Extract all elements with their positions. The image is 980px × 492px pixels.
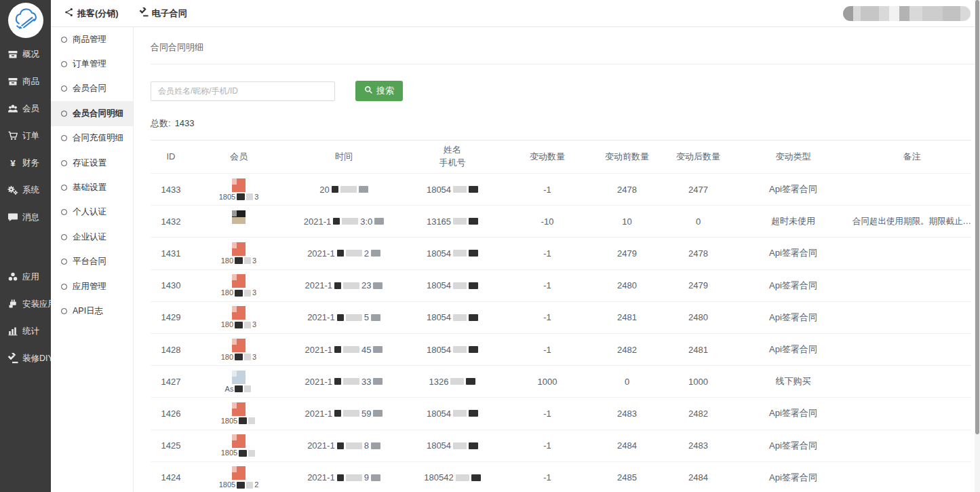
submenu-item-10[interactable]: 应用管理 bbox=[51, 274, 133, 299]
redaction-block bbox=[453, 442, 467, 449]
rail-item-label: 概况 bbox=[22, 49, 39, 60]
submenu-item-8[interactable]: 企业认证 bbox=[51, 225, 133, 249]
submenu-item-9[interactable]: 平台合同 bbox=[51, 250, 133, 274]
redaction-block bbox=[244, 257, 251, 264]
submenu-item-label: 基础设置 bbox=[73, 182, 106, 193]
cell-change-amount: -1 bbox=[503, 440, 591, 451]
cell-change-type: Api签署合同 bbox=[734, 280, 852, 292]
redaction-block bbox=[343, 282, 359, 289]
redaction-block bbox=[235, 257, 243, 264]
circle-icon bbox=[61, 308, 67, 314]
submenu-item-2[interactable]: 会员合同 bbox=[51, 77, 133, 101]
tab-electronic-contract[interactable]: 电子合同 bbox=[139, 7, 187, 20]
rail-item-finance[interactable]: ¥财务 bbox=[0, 149, 51, 176]
cell-amount-after: 2482 bbox=[663, 409, 734, 419]
redaction-block bbox=[346, 250, 362, 257]
table-row: 1433180532018054-124782477Api签署合同 bbox=[151, 174, 971, 206]
submenu-item-5[interactable]: 存证设置 bbox=[51, 151, 133, 175]
stats-icon bbox=[7, 326, 18, 337]
vertical-scrollbar[interactable] bbox=[975, 0, 980, 492]
cell-change-type: Api签署合同 bbox=[734, 247, 852, 259]
redaction-block bbox=[248, 450, 255, 457]
rail-item-diy[interactable]: 装修DIY bbox=[0, 345, 51, 372]
redaction-block bbox=[471, 474, 481, 481]
cell-id: 1425 bbox=[151, 440, 191, 451]
rail-item-overview[interactable]: 概况 bbox=[0, 41, 51, 68]
cell-time: 2021-15 bbox=[286, 312, 401, 322]
search-button[interactable]: 搜索 bbox=[355, 81, 403, 101]
rail-item-label: 系统 bbox=[22, 185, 39, 196]
circle-icon bbox=[61, 209, 67, 215]
submenu-item-4[interactable]: 合同充值明细 bbox=[51, 126, 133, 151]
cell-phone: 18054 bbox=[401, 345, 503, 355]
column-header: 变动前数量 bbox=[591, 151, 663, 164]
redaction-block bbox=[342, 218, 358, 225]
app-window: 概况商品会员订单¥财务系统消息应用安装应用统计装修DIY 推客(分销) bbox=[0, 0, 980, 492]
rail-item-stats[interactable]: 统计 bbox=[0, 318, 51, 345]
rail-item-install[interactable]: 安装应用 bbox=[0, 290, 51, 318]
submenu-item-6[interactable]: 基础设置 bbox=[51, 175, 133, 200]
redaction-block bbox=[337, 250, 344, 257]
submenu-item-3[interactable]: 会员合同明细 bbox=[51, 101, 133, 126]
member-avatar bbox=[232, 210, 246, 224]
redaction-block bbox=[244, 385, 251, 392]
cell-amount-after: 2481 bbox=[663, 345, 734, 355]
table-row: 142618052021-15918054-124832482Api签署合同 bbox=[151, 398, 971, 430]
total-label: 总数: bbox=[151, 118, 171, 128]
redaction-block bbox=[235, 322, 243, 328]
rail-item-message[interactable]: 消息 bbox=[0, 204, 51, 231]
redaction-block bbox=[334, 282, 341, 289]
user-account-redacted[interactable] bbox=[843, 6, 971, 21]
search-button-label: 搜索 bbox=[376, 85, 394, 97]
cell-amount-after: 2479 bbox=[663, 280, 734, 290]
rail-item-goods[interactable]: 商品 bbox=[0, 68, 51, 95]
circle-icon bbox=[61, 61, 67, 67]
rail-item-label: 装修DIY bbox=[22, 353, 54, 364]
cell-id: 1424 bbox=[151, 472, 191, 482]
gavel-icon bbox=[139, 7, 149, 19]
member-id-label: 1805 bbox=[221, 449, 256, 457]
orders-icon bbox=[7, 130, 18, 141]
rail-item-orders[interactable]: 订单 bbox=[0, 122, 51, 149]
logo-area[interactable] bbox=[0, 0, 51, 41]
system-icon bbox=[7, 185, 18, 195]
member-avatar bbox=[232, 466, 246, 480]
redaction-block bbox=[248, 417, 255, 424]
rail-item-system[interactable]: 系统 bbox=[0, 176, 51, 204]
cell-member: 1803 bbox=[191, 306, 286, 328]
redaction-block bbox=[235, 290, 243, 297]
cell-member: 1805 bbox=[191, 402, 286, 425]
cell-amount-before: 2479 bbox=[591, 248, 663, 259]
table-header-row: ID会员时间姓名 手机号变动数量变动前数量变动后数量变动类型备注 bbox=[151, 140, 971, 174]
contract-detail-table: ID会员时间姓名 手机号变动数量变动前数量变动后数量变动类型备注 1433180… bbox=[151, 140, 971, 492]
submenu-item-label: API日志 bbox=[73, 305, 103, 317]
submenu-item-1[interactable]: 订单管理 bbox=[51, 52, 133, 76]
redaction-block bbox=[373, 410, 383, 417]
cell-change-type: Api签署合同 bbox=[734, 407, 852, 419]
cell-phone: 18054 bbox=[401, 312, 503, 322]
cell-member: 1803 bbox=[191, 339, 286, 361]
search-input[interactable] bbox=[151, 81, 335, 101]
finance-icon: ¥ bbox=[7, 157, 18, 168]
tab-promoter-distribution[interactable]: 推客(分销) bbox=[64, 7, 119, 20]
cloud-pen-logo-icon bbox=[8, 3, 43, 38]
cell-amount-before: 2484 bbox=[591, 440, 663, 451]
table-row: 142818032021-14518054-124822481Api签署合同 bbox=[151, 334, 971, 366]
submenu-item-7[interactable]: 个人认证 bbox=[51, 200, 133, 225]
cell-change-amount: -1 bbox=[503, 409, 591, 419]
rail-item-apps[interactable]: 应用 bbox=[0, 263, 51, 290]
submenu-item-11[interactable]: API日志 bbox=[51, 299, 133, 323]
cell-time: 2021-18 bbox=[286, 440, 401, 451]
submenu-item-0[interactable]: 商品管理 bbox=[51, 27, 133, 52]
cell-member: As bbox=[191, 371, 286, 393]
cell-time: 2021-159 bbox=[286, 409, 401, 419]
circle-icon bbox=[61, 135, 67, 141]
cell-phone: 18054 bbox=[401, 409, 503, 419]
scrollbar-thumb[interactable] bbox=[975, 0, 979, 434]
cell-amount-before: 2483 bbox=[591, 409, 663, 419]
rail-item-members[interactable]: 会员 bbox=[0, 95, 51, 122]
redaction-block bbox=[456, 474, 469, 481]
submenu-item-label: 个人认证 bbox=[73, 206, 106, 218]
cell-change-amount: -1 bbox=[503, 472, 591, 482]
cell-id: 1427 bbox=[151, 377, 191, 387]
